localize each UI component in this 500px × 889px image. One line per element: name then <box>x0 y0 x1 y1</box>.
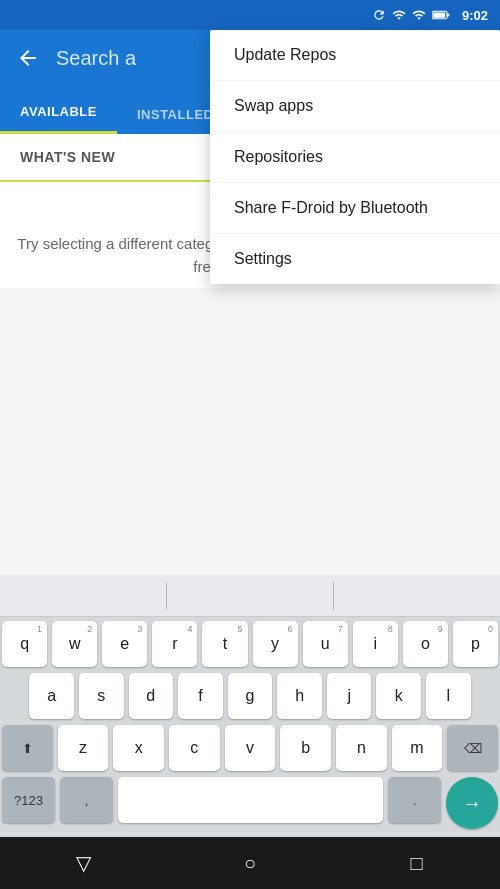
key-i[interactable]: 8i <box>353 621 398 667</box>
wifi-icon <box>412 8 426 22</box>
key-row-bottom: ?123 , . → <box>2 777 498 829</box>
bottom-nav: ▽ ○ □ <box>0 837 500 889</box>
key-delete[interactable]: ⌫ <box>447 725 498 771</box>
key-a[interactable]: a <box>29 673 74 719</box>
key-row-2: asdfghjkl <box>2 673 498 719</box>
suggestion-3[interactable] <box>334 588 500 604</box>
context-menu: Update ReposSwap appsRepositoriesShare F… <box>210 30 500 284</box>
key-z[interactable]: z <box>58 725 109 771</box>
suggestion-1[interactable] <box>0 588 166 604</box>
key-f[interactable]: f <box>178 673 223 719</box>
whats-new-tab[interactable]: What's New <box>0 137 135 177</box>
status-icons: 9:02 <box>372 8 488 23</box>
svg-rect-2 <box>433 12 445 17</box>
menu-item-swap-apps[interactable]: Swap apps <box>210 81 500 132</box>
key-q[interactable]: 1q <box>2 621 47 667</box>
key-m[interactable]: m <box>392 725 443 771</box>
key-⬆[interactable]: ⬆ <box>2 725 53 771</box>
key-e[interactable]: 3e <box>102 621 147 667</box>
keyboard: 1q2w3e4r5t6y7u8i9o0p asdfghjkl ⬆zxcvbnm⌫… <box>0 575 500 837</box>
tab-available[interactable]: AVAILABLE <box>0 92 117 134</box>
comma-key[interactable]: , <box>60 777 113 823</box>
status-bar: 9:02 <box>0 0 500 30</box>
status-time: 9:02 <box>462 8 488 23</box>
key-u[interactable]: 7u <box>303 621 348 667</box>
key-j[interactable]: j <box>327 673 372 719</box>
sym-key[interactable]: ?123 <box>2 777 55 823</box>
menu-item-update-repos[interactable]: Update Repos <box>210 30 500 81</box>
nav-recents-button[interactable]: □ <box>392 838 442 888</box>
key-p[interactable]: 0p <box>453 621 498 667</box>
key-l[interactable]: l <box>426 673 471 719</box>
suggestion-bar <box>0 575 500 617</box>
keyboard-keys: 1q2w3e4r5t6y7u8i9o0p asdfghjkl ⬆zxcvbnm⌫… <box>0 617 500 837</box>
period-key[interactable]: . <box>388 777 441 823</box>
back-button[interactable] <box>16 46 40 70</box>
action-key[interactable]: → <box>446 777 498 829</box>
signal-icon <box>392 8 406 22</box>
key-g[interactable]: g <box>228 673 273 719</box>
svg-rect-1 <box>447 14 449 17</box>
key-b[interactable]: b <box>280 725 331 771</box>
key-n[interactable]: n <box>336 725 387 771</box>
key-o[interactable]: 9o <box>403 621 448 667</box>
key-d[interactable]: d <box>129 673 174 719</box>
key-c[interactable]: c <box>169 725 220 771</box>
key-w[interactable]: 2w <box>52 621 97 667</box>
menu-item-repositories[interactable]: Repositories <box>210 132 500 183</box>
key-r[interactable]: 4r <box>152 621 197 667</box>
key-row-1: 1q2w3e4r5t6y7u8i9o0p <box>2 621 498 667</box>
key-k[interactable]: k <box>376 673 421 719</box>
suggestion-2[interactable] <box>167 588 333 604</box>
battery-icon <box>432 9 450 21</box>
key-row-3: ⬆zxcvbnm⌫ <box>2 725 498 771</box>
key-h[interactable]: h <box>277 673 322 719</box>
nav-back-button[interactable]: ▽ <box>58 838 108 888</box>
refresh-icon <box>372 8 386 22</box>
key-s[interactable]: s <box>79 673 124 719</box>
key-y[interactable]: 6y <box>253 621 298 667</box>
nav-home-button[interactable]: ○ <box>225 838 275 888</box>
key-x[interactable]: x <box>113 725 164 771</box>
key-v[interactable]: v <box>225 725 276 771</box>
menu-item-share-fdroid[interactable]: Share F-Droid by Bluetooth <box>210 183 500 234</box>
key-t[interactable]: 5t <box>202 621 247 667</box>
space-key[interactable] <box>118 777 383 823</box>
menu-item-settings[interactable]: Settings <box>210 234 500 284</box>
